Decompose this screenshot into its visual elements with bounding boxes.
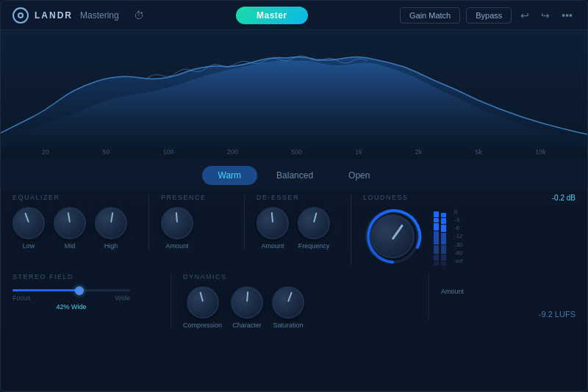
spectrum-analyzer: 20 50 100 200 500 1k 2k 5k 10k <box>1 30 587 159</box>
logo-icon <box>12 7 29 23</box>
freq-label-1k: 1k <box>355 148 362 156</box>
eq-mid-container: Mid <box>54 207 86 250</box>
slider-labels: Focus Wide <box>12 294 130 302</box>
eq-low-container: Low <box>12 207 45 250</box>
presence-amount-container: Amount <box>161 207 193 250</box>
freq-label-10k: 10k <box>535 148 546 156</box>
master-button[interactable]: Master <box>236 7 308 24</box>
presence-amount-label: Amount <box>165 242 188 250</box>
bottom-controls-row: STEREO FIELD Focus Wide 42% Wide DYNAMIC… <box>1 270 587 333</box>
wide-label: Wide <box>115 294 130 302</box>
header: LANDR Mastering ⏱ Master Gain Match Bypa… <box>1 1 587 30</box>
loudness-amount-container: Amount <box>441 288 464 295</box>
stereo-section: STEREO FIELD Focus Wide 42% Wide <box>12 273 171 311</box>
style-selector: Warm Balanced Open <box>1 159 587 191</box>
focus-label: Focus <box>12 294 31 302</box>
meter-bars <box>434 207 446 266</box>
freq-labels: 20 50 100 200 500 1k 2k 5k 10k <box>1 148 587 156</box>
eq-mid-label: Mid <box>65 242 76 250</box>
loudness-amount-row: Amount <box>441 288 576 295</box>
dynamics-section: DYNAMICS Compression Character Saturatio… <box>171 273 429 329</box>
history-icon[interactable]: ⏱ <box>134 10 144 21</box>
bypass-button[interactable]: Bypass <box>466 7 512 23</box>
eq-high-container: High <box>95 207 127 250</box>
spectrum-svg <box>1 30 587 159</box>
style-open-button[interactable]: Open <box>332 166 386 185</box>
header-center: Master <box>144 7 400 24</box>
style-warm-button[interactable]: Warm <box>202 166 258 185</box>
loudness-label: LOUDNESS <box>363 194 409 201</box>
saturation-knob[interactable] <box>272 286 304 319</box>
equalizer-label: EQUALIZER <box>12 194 60 201</box>
gain-match-button[interactable]: Gain Match <box>400 7 460 23</box>
deesser-section: DE-ESSER Amount Frequency <box>244 194 351 250</box>
eq-low-label: Low <box>23 242 35 250</box>
presence-knobs-row: Amount <box>161 207 193 250</box>
deesser-knobs-row: Amount Frequency <box>257 207 330 250</box>
lufs-row: -9.2 LUFS <box>441 307 576 319</box>
loudness-amount-section: Amount -9.2 LUFS <box>429 273 576 319</box>
compression-label: Compression <box>183 322 222 329</box>
freq-label-200: 200 <box>227 148 238 156</box>
slider-fill <box>12 289 77 291</box>
deesser-freq-container: Frequency <box>298 207 330 250</box>
stereo-value: 42% Wide <box>12 303 130 311</box>
freq-label-100: 100 <box>163 148 174 156</box>
redo-button[interactable]: ↪ <box>538 7 553 24</box>
slider-thumb[interactable] <box>75 286 84 295</box>
freq-label-500: 500 <box>291 148 302 156</box>
dynamics-label: DYNAMICS <box>183 273 227 280</box>
compression-container: Compression <box>183 286 222 329</box>
deesser-amount-label: Amount <box>261 242 284 250</box>
mastering-text: Mastering <box>80 10 119 21</box>
presence-label: PRESENCE <box>161 194 207 201</box>
presence-section: PRESENCE Amount <box>148 194 244 250</box>
top-controls-row: EQUALIZER Low Mid High PRESENCE <box>1 191 587 270</box>
slider-container <box>12 289 130 291</box>
deesser-label: DE-ESSER <box>257 194 299 201</box>
stereo-label: STEREO FIELD <box>12 273 74 280</box>
deesser-amount-container: Amount <box>257 207 289 250</box>
loudness-knob-wrap <box>363 207 422 266</box>
deesser-freq-knob[interactable] <box>298 207 330 239</box>
lufs-display: -9.2 LUFS <box>539 310 576 319</box>
eq-low-knob[interactable] <box>12 207 45 239</box>
loudness-knob[interactable] <box>370 214 415 258</box>
logo-area: LANDR Mastering ⏱ <box>12 7 144 23</box>
loudness-inner: 0 -3 -6 -12 -30 -60 -inf <box>363 207 463 266</box>
presence-amount-knob[interactable] <box>161 207 193 239</box>
equalizer-section: EQUALIZER Low Mid High <box>12 194 148 250</box>
meter-bar-right <box>441 207 446 266</box>
loudness-ring <box>363 207 422 266</box>
eq-high-knob[interactable] <box>95 207 127 239</box>
freq-label-20: 20 <box>42 148 49 156</box>
loudness-amount-label: Amount <box>441 288 464 295</box>
logo-inner <box>18 12 24 18</box>
compression-knob[interactable] <box>187 286 219 319</box>
character-container: Character <box>231 286 263 329</box>
character-label: Character <box>232 322 262 329</box>
logo-text: LANDR <box>35 10 73 21</box>
dynamics-knobs-row: Compression Character Saturation <box>183 286 304 329</box>
freq-label-2k: 2k <box>415 148 423 156</box>
style-balanced-button[interactable]: Balanced <box>260 166 329 185</box>
saturation-container: Saturation <box>272 286 304 329</box>
eq-high-label: High <box>104 242 118 250</box>
freq-label-5k: 5k <box>476 148 483 156</box>
saturation-label: Saturation <box>273 322 304 329</box>
loudness-meter-area <box>434 207 446 266</box>
character-knob[interactable] <box>231 286 263 319</box>
db-display: -0.2 dB <box>552 194 576 202</box>
slider-track[interactable] <box>12 289 130 291</box>
deesser-freq-label: Frequency <box>298 242 330 250</box>
app-container: LANDR Mastering ⏱ Master Gain Match Bypa… <box>0 0 588 392</box>
loudness-section: LOUDNESS -0.2 dB <box>351 194 576 266</box>
eq-mid-knob[interactable] <box>54 207 86 239</box>
freq-label-50: 50 <box>102 148 110 156</box>
header-right: Gain Match Bypass ↩ ↪ ••• <box>400 7 576 24</box>
more-button[interactable]: ••• <box>559 7 576 24</box>
eq-knobs-row: Low Mid High <box>12 207 127 250</box>
deesser-amount-knob[interactable] <box>257 207 289 239</box>
meter-bar-left <box>434 207 439 266</box>
undo-button[interactable]: ↩ <box>517 7 532 24</box>
